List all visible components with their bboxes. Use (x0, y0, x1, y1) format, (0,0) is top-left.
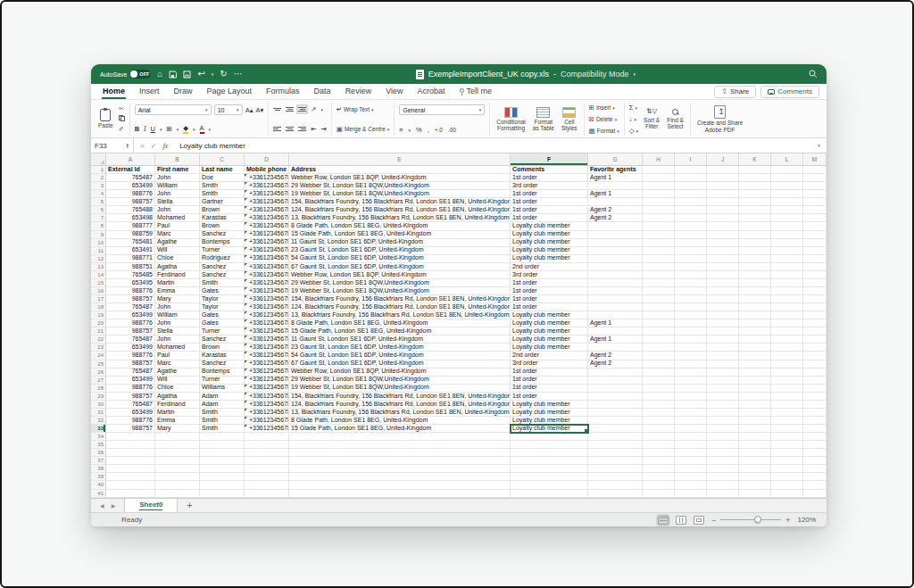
cell-G16[interactable] (588, 287, 643, 295)
cell-H5[interactable] (643, 198, 675, 206)
cell-E2[interactable]: Webber Row, London SE1 8QP, United-Kingd… (289, 174, 511, 182)
cell-E30[interactable]: 124, Blackfriars Foundry, 156 Blackfriar… (289, 401, 511, 409)
cell-A37[interactable] (106, 457, 155, 465)
cell-J38[interactable] (707, 465, 739, 473)
cell-C34[interactable] (200, 433, 245, 441)
tab-tell-me[interactable]: Tell me (459, 84, 494, 99)
cell-D38[interactable] (245, 465, 289, 473)
cell-K5[interactable] (739, 198, 771, 206)
cell-D22[interactable]: +33612345678 (245, 335, 289, 344)
cell-I13[interactable] (675, 263, 707, 271)
bold-button[interactable]: B (135, 125, 139, 133)
cell-B40[interactable] (155, 481, 200, 489)
cell-F15[interactable]: 1st order (511, 279, 588, 287)
row-header-24[interactable]: 24 (91, 352, 106, 360)
cell-I5[interactable] (675, 198, 707, 206)
cell-D35[interactable] (245, 441, 289, 449)
cell-I28[interactable] (675, 385, 707, 393)
cell-K13[interactable] (739, 263, 771, 271)
cell-I6[interactable] (675, 206, 707, 214)
cell-I19[interactable] (675, 311, 707, 319)
cell-K38[interactable] (739, 465, 771, 473)
cell-D16[interactable]: +33612345678 (245, 287, 289, 295)
cell-E27[interactable]: 29 Webber St, London SE1 8QW,United-King… (289, 377, 511, 385)
cell-J19[interactable] (707, 311, 739, 319)
row-header-15[interactable]: 15 (91, 279, 106, 287)
delete-cells-button[interactable]: ⊠ Delete▾ (589, 115, 619, 123)
cell-G4[interactable]: Agent 1 (588, 190, 643, 198)
row-header-40[interactable]: 40 (91, 481, 106, 489)
cell-J7[interactable] (707, 214, 739, 222)
cell-E26[interactable]: Webber Row, London SE1 8QP, United-Kingd… (289, 369, 511, 377)
cell-D6[interactable]: +33612345678 (245, 206, 289, 214)
cell-K6[interactable] (739, 206, 771, 214)
cell-D27[interactable]: +33612345678 (245, 377, 289, 385)
row-header-23[interactable]: 23 (91, 344, 106, 352)
cell-F19[interactable]: Loyalty club member (511, 311, 588, 319)
cell-J12[interactable] (707, 255, 739, 263)
cell-C12[interactable]: Rodriguez (200, 255, 245, 263)
cell-L20[interactable] (771, 319, 803, 327)
cell-F29[interactable]: 1st order (511, 393, 588, 401)
cell-J5[interactable] (707, 198, 739, 206)
cell-A32[interactable]: 988776 (106, 417, 155, 425)
name-box[interactable]: F33 ▲▼ (91, 138, 134, 153)
cell-H37[interactable] (643, 457, 675, 465)
cell-B4[interactable]: John (155, 190, 200, 198)
cell-I10[interactable] (675, 239, 707, 247)
cell-M8[interactable] (803, 222, 827, 230)
cell-C13[interactable]: Sanchez (200, 263, 245, 271)
cell-L21[interactable] (771, 327, 803, 335)
cell-D21[interactable]: +33612345678 (245, 327, 289, 335)
cell-K25[interactable] (739, 360, 771, 369)
cell-A41[interactable] (106, 490, 155, 498)
cell-L3[interactable] (771, 182, 803, 190)
cell-E37[interactable] (289, 457, 511, 465)
orientation-icon[interactable]: ↗ (311, 105, 316, 113)
cell-C15[interactable]: Smith (200, 279, 245, 287)
cell-H30[interactable] (643, 401, 675, 409)
cell-B36[interactable] (155, 449, 200, 457)
more-commands-icon[interactable]: ⋯ (234, 70, 243, 79)
cell-B29[interactable]: Agatha (155, 393, 200, 401)
cell-B20[interactable]: John (155, 319, 200, 327)
cell-L40[interactable] (771, 481, 803, 489)
cell-A28[interactable]: 988776 (106, 385, 155, 393)
cell-H10[interactable] (643, 239, 675, 247)
cell-H31[interactable] (643, 409, 675, 417)
cell-L29[interactable] (771, 393, 803, 401)
cell-C28[interactable]: Williams (200, 385, 245, 393)
cell-B10[interactable]: Agathe (155, 239, 200, 247)
cell-K15[interactable] (739, 279, 771, 287)
cell-D19[interactable]: +33612345678 (245, 311, 289, 319)
cell-G39[interactable] (588, 473, 643, 481)
save-as-icon[interactable] (183, 70, 191, 79)
cell-D26[interactable]: +33612345678 (245, 369, 289, 377)
cell-I17[interactable] (675, 295, 707, 303)
cell-L15[interactable] (771, 279, 803, 287)
cell-E34[interactable] (289, 433, 511, 441)
cell-J18[interactable] (707, 303, 739, 311)
cell-B9[interactable]: Marc (155, 231, 200, 239)
cell-I21[interactable] (675, 327, 707, 335)
cell-F32[interactable]: Loyalty club member (511, 417, 588, 425)
cell-C23[interactable]: Brown (200, 344, 245, 352)
cell-B39[interactable] (155, 473, 200, 481)
cell-B14[interactable]: Ferdinand (155, 271, 200, 279)
cell-M1[interactable] (803, 166, 827, 174)
cell-C41[interactable] (200, 490, 245, 498)
cell-A14[interactable]: 765485 (106, 271, 155, 279)
cell-H25[interactable] (643, 360, 675, 369)
cell-D31[interactable]: +33612345678 (245, 409, 289, 417)
row-header-8[interactable]: 8 (91, 222, 106, 230)
cell-D34[interactable] (245, 433, 289, 441)
cell-H40[interactable] (643, 481, 675, 489)
cell-G1[interactable]: Favorite agents (588, 166, 643, 174)
row-header-5[interactable]: 5 (91, 198, 106, 206)
cell-C11[interactable]: Turner (200, 247, 245, 255)
cell-M26[interactable] (803, 369, 827, 377)
font-color-icon[interactable]: A (200, 124, 204, 134)
cell-K29[interactable] (739, 393, 771, 401)
cell-K21[interactable] (739, 327, 771, 335)
cell-A4[interactable]: 988776 (106, 190, 155, 198)
